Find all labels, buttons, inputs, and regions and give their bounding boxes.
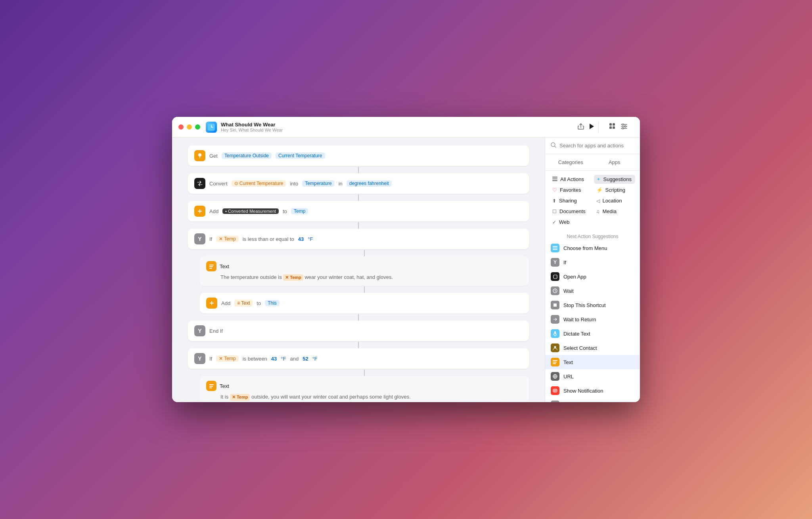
maximize-button[interactable] (195, 124, 200, 130)
token-current-temp[interactable]: Current Temperature (276, 153, 325, 159)
this-token1[interactable]: This (265, 300, 280, 306)
sug-wait-to-return[interactable]: Wait to Return (545, 312, 640, 326)
action-endif1[interactable]: Y End If (188, 321, 529, 341)
canvas-area[interactable]: Get Temperature Outside Current Temperat… (172, 137, 545, 402)
svg-rect-21 (209, 387, 212, 388)
cat-media-label: Media (603, 208, 617, 214)
sug-repeat[interactable]: Repeat (545, 398, 640, 402)
svg-rect-37 (554, 331, 556, 334)
minimize-button[interactable] (187, 124, 192, 130)
if1-nested: Text The temperature outside is ✕ Temp w… (200, 250, 529, 313)
svg-rect-28 (552, 180, 557, 181)
if-icon: Y (551, 258, 559, 267)
text1-content: The temperature outside is ✕ Temp wear y… (206, 274, 523, 281)
documents-icon: ☐ (552, 209, 557, 214)
cat-web[interactable]: ✓ Web (550, 218, 592, 227)
sug-if[interactable]: Y If (545, 255, 640, 269)
main-body: Get Temperature Outside Current Temperat… (172, 137, 640, 402)
cat-sharing[interactable]: ⬆ Sharing (550, 196, 592, 205)
tab-apps[interactable]: Apps (594, 157, 636, 167)
sug-wait[interactable]: Wait (545, 284, 640, 298)
token-temp-var[interactable]: Temp (291, 208, 308, 214)
cat-scripting[interactable]: ⚡ Scripting (594, 185, 636, 195)
text-block1[interactable]: Text The temperature outside is ✕ Temp w… (200, 256, 529, 286)
cat-location[interactable]: ◁ Location (594, 196, 636, 205)
sug-text[interactable]: Text (545, 355, 640, 369)
token-degrees[interactable]: degrees fahrenheit (347, 180, 392, 187)
svg-rect-36 (553, 303, 557, 307)
token-current-temp2[interactable]: ⊙ Current Temperature (232, 180, 286, 187)
cat-media[interactable]: ♫ Media (594, 207, 636, 216)
media-icon: ♫ (596, 209, 600, 214)
action-if2[interactable]: Y If ✕ Temp is between 43 °F and 52 °F (188, 348, 529, 369)
sug-wait-label: Wait (563, 288, 574, 294)
cat-all-actions-label: All Actions (560, 176, 584, 182)
cat-documents[interactable]: ☐ Documents (550, 207, 592, 216)
cat-favorites-label: Favorites (560, 187, 581, 193)
cat-suggestions[interactable]: ✦ Suggestions (594, 175, 636, 184)
search-input[interactable] (559, 143, 634, 149)
sug-select-contact[interactable]: Select Contact (545, 341, 640, 355)
action-get-temp[interactable]: Get Temperature Outside Current Temperat… (188, 145, 529, 166)
sug-dictate-label: Dictate Text (563, 331, 590, 337)
app-icon (206, 122, 217, 133)
if1-temp-token[interactable]: ✕ Temp (216, 236, 238, 242)
token-temp-outside[interactable]: Temperature Outside (222, 153, 272, 159)
action-add1[interactable]: Add ▪ Converted Measurement to Temp (188, 201, 529, 221)
sug-dictate-text[interactable]: Dictate Text (545, 326, 640, 341)
cat-web-label: Web (559, 219, 570, 225)
sug-show-notification[interactable]: Show Notification (545, 384, 640, 398)
svg-rect-42 (553, 363, 556, 364)
tab-categories[interactable]: Categories (550, 157, 592, 167)
play-icon[interactable] (589, 123, 594, 131)
sug-open-app[interactable]: Open App (545, 269, 640, 284)
svg-line-35 (555, 291, 556, 292)
sug-select-contact-label: Select Contact (563, 345, 597, 351)
app-title-area: What Should We Wear Hey Siri, What Shoul… (206, 122, 578, 133)
endif1-icon: Y (194, 325, 205, 336)
svg-rect-16 (209, 268, 212, 269)
sug-open-app-label: Open App (563, 274, 586, 280)
svg-point-10 (622, 128, 624, 129)
sug-choose-from-menu[interactable]: Choose from Menu (545, 241, 640, 255)
search-bar (545, 137, 640, 154)
sug-stop-shortcut[interactable]: Stop This Shortcut (545, 298, 640, 312)
sug-choose-menu-label: Choose from Menu (563, 245, 607, 251)
svg-rect-32 (553, 275, 557, 279)
action-add-text1[interactable]: Add ≡ Text to This (200, 293, 529, 313)
main-window: What Should We Wear Hey Siri, What Shoul… (172, 117, 640, 402)
sug-url[interactable]: URL (545, 369, 640, 384)
cat-all-actions[interactable]: All Actions (550, 175, 592, 184)
endif1-label: End If (209, 328, 223, 334)
sliders-icon[interactable] (621, 123, 627, 131)
svg-line-25 (555, 146, 556, 147)
svg-rect-20 (209, 386, 213, 387)
svg-rect-14 (209, 265, 214, 265)
titlebar-actions (578, 123, 594, 132)
action-convert[interactable]: Convert ⊙ Current Temperature into Tempe… (188, 173, 529, 194)
all-actions-icon (552, 176, 557, 182)
svg-rect-1 (609, 123, 612, 126)
text-token1[interactable]: ≡ Text (234, 300, 253, 307)
if2-temp-token[interactable]: ✕ Temp (216, 355, 238, 362)
svg-rect-31 (553, 249, 557, 250)
traffic-lights (178, 124, 200, 130)
convert-label: Convert (209, 181, 228, 187)
grid-icon[interactable] (609, 123, 615, 131)
text-block2[interactable]: Text It is ✕ Temp outside, you will want… (200, 376, 529, 402)
get-label: Get (209, 153, 218, 159)
url-icon (551, 372, 559, 381)
close-button[interactable] (178, 124, 184, 130)
choose-menu-icon (551, 244, 559, 252)
action-if1[interactable]: Y If ✕ Temp is less than or equal to 43 … (188, 229, 529, 249)
dictate-icon (551, 329, 559, 338)
share-icon[interactable] (578, 123, 584, 132)
notif-icon (551, 386, 559, 395)
svg-rect-2 (613, 123, 615, 126)
token-converted-meas[interactable]: ▪ Converted Measurement (222, 208, 279, 214)
sidebar: Categories Apps All Actions ✦ Suggestion… (545, 137, 640, 402)
token-temperature[interactable]: Temperature (302, 180, 334, 187)
cat-scripting-label: Scripting (605, 187, 626, 193)
cat-favorites[interactable]: ♡ Favorites (550, 185, 592, 195)
svg-point-8 (622, 124, 624, 125)
